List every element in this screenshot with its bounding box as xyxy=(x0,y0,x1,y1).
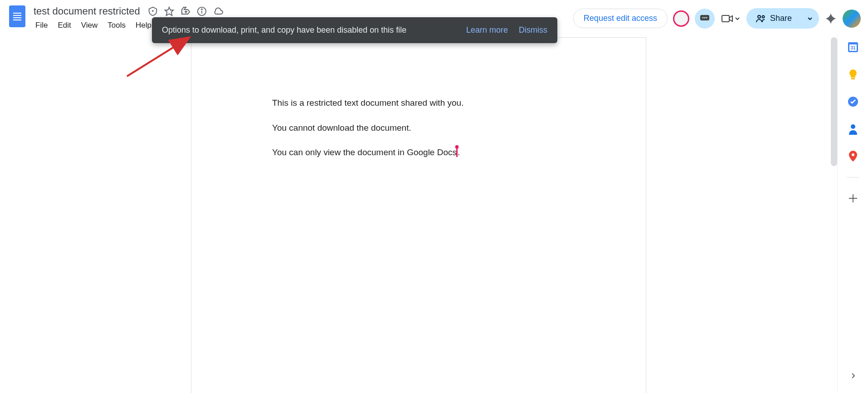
svg-point-12 xyxy=(758,15,761,18)
side-panel-collapse-button[interactable] xyxy=(845,368,861,384)
notification-toast: Options to download, print, and copy hav… xyxy=(152,17,557,43)
menu-file[interactable]: File xyxy=(31,19,52,32)
badge-icon[interactable] xyxy=(146,5,159,18)
star-icon[interactable] xyxy=(163,5,176,18)
docs-icon xyxy=(9,5,25,27)
share-button-group: Share xyxy=(746,8,819,29)
svg-text:31: 31 xyxy=(850,45,856,50)
svg-point-9 xyxy=(704,17,705,18)
gemini-button[interactable] xyxy=(824,12,837,25)
toast-dismiss-button[interactable]: Dismiss xyxy=(519,25,547,35)
side-panel: 31 xyxy=(837,34,868,393)
share-button[interactable]: Share xyxy=(746,8,801,29)
svg-rect-11 xyxy=(722,15,729,22)
info-icon[interactable] xyxy=(195,5,208,18)
contacts-addon-button[interactable] xyxy=(847,123,859,135)
share-label: Share xyxy=(770,14,792,23)
request-edit-access-button[interactable]: Request edit access xyxy=(573,9,668,28)
calendar-addon-button[interactable]: 31 xyxy=(847,41,859,54)
account-avatar[interactable] xyxy=(843,10,861,28)
share-dropdown-button[interactable] xyxy=(801,8,819,29)
svg-point-25 xyxy=(851,124,855,129)
collaborator-avatar[interactable] xyxy=(673,10,689,27)
page: This is a restricted text document share… xyxy=(191,37,646,393)
svg-point-6 xyxy=(201,9,202,10)
paragraph[interactable]: This is a restricted text document share… xyxy=(272,97,565,110)
svg-marker-1 xyxy=(165,7,173,15)
paragraph[interactable]: You can only view the document in Google… xyxy=(272,146,565,159)
svg-point-0 xyxy=(152,10,154,12)
scrollbar-thumb[interactable] xyxy=(831,37,837,166)
svg-point-13 xyxy=(762,15,764,18)
toast-learn-more-link[interactable]: Learn more xyxy=(466,25,508,35)
menu-edit[interactable]: Edit xyxy=(53,19,75,32)
title-row: test document restricted xyxy=(31,5,224,18)
get-addons-button[interactable] xyxy=(847,192,859,205)
svg-rect-23 xyxy=(851,78,855,79)
document-canvas[interactable]: This is a restricted text document share… xyxy=(0,34,837,393)
keep-addon-button[interactable] xyxy=(847,68,859,81)
tasks-addon-button[interactable] xyxy=(847,95,859,108)
toast-message: Options to download, print, and copy hav… xyxy=(162,25,455,35)
svg-point-8 xyxy=(702,17,703,18)
move-icon[interactable] xyxy=(179,5,192,18)
cloud-status-icon[interactable] xyxy=(212,5,224,18)
menu-view[interactable]: View xyxy=(77,19,102,32)
paragraph[interactable]: You cannot download the document. xyxy=(272,122,565,135)
maps-addon-button[interactable] xyxy=(847,150,859,162)
comment-history-button[interactable] xyxy=(695,9,715,29)
document-title[interactable]: test document restricted xyxy=(31,5,143,18)
chevron-down-icon xyxy=(807,16,813,21)
side-panel-divider xyxy=(847,177,859,177)
menu-tools[interactable]: Tools xyxy=(103,19,130,32)
chevron-down-icon xyxy=(735,16,740,21)
people-icon xyxy=(756,15,766,23)
docs-home-button[interactable] xyxy=(7,4,27,29)
svg-point-10 xyxy=(706,17,707,18)
svg-point-26 xyxy=(852,153,854,156)
header-right: Request edit access Share xyxy=(573,4,861,29)
meet-button[interactable] xyxy=(720,11,741,26)
collaborator-cursor xyxy=(456,147,458,157)
